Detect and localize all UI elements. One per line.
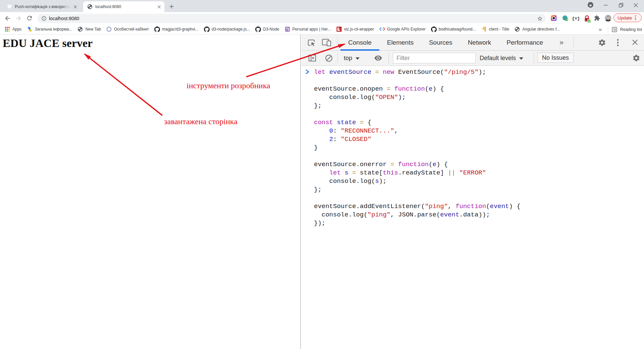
toolbar-separator [337,37,338,48]
svg-text:{≡}: {≡} [573,16,579,21]
bookmark-label: Personal apps | Her... [292,27,331,32]
bookmark-item[interactable]: Angular directives f... [515,27,560,32]
devtools-tab-sources[interactable]: Sources [421,35,460,51]
bookmark-label: Google APIs Explorer [387,27,426,32]
update-button[interactable]: Update [613,13,642,22]
devtools-tab-network[interactable]: Network [460,35,499,51]
refresh-button[interactable] [25,13,34,23]
bookmark-item[interactable]: magjac/d3-graphvi... [154,27,199,32]
devtools-tab-console[interactable]: Console [340,35,379,51]
console-sidebar-icon[interactable] [308,54,317,62]
window-restore-button[interactable] [614,0,628,10]
orange-doc-icon [481,27,487,32]
bookmark-label: bodhisatwag/found... [439,27,476,32]
bookmark-item[interactable]: d3-node/package.js... [204,27,250,32]
svg-text:1: 1 [588,19,590,23]
bookmark-label: New Tab [85,27,101,32]
devtools-kebab-icon[interactable] [616,39,620,47]
extension-lock-icon[interactable]: 1 [584,15,591,23]
devtools-settings-gear-icon[interactable] [598,39,606,47]
forward-button[interactable] [14,13,23,23]
reading-list-icon [611,27,618,33]
menu-kebab-icon[interactable] [635,15,636,20]
devtools-tab-performance[interactable]: Performance [499,35,551,51]
console-code-line: console.log("OPEN"); [314,93,521,102]
bookmarks-list: AppsЗагальна інформа...New TabОсобистий … [0,27,565,32]
tab-close-icon[interactable] [72,4,78,9]
back-button[interactable] [3,13,12,23]
console-code-line: const state = { [314,118,521,127]
devtools-tabs: ConsoleElementsSourcesNetworkPerformance [340,35,551,51]
console-code-line: console.log(s); [314,177,521,186]
inspect-element-icon[interactable] [307,38,316,47]
window-close-button[interactable] [629,0,643,10]
heart-icon [7,4,12,9]
bookmark-label: D3-Node [263,27,279,32]
globe-dark-icon [77,27,83,32]
devtools-tab-elements[interactable]: Elements [379,35,421,51]
window-minimize-button[interactable] [599,0,613,10]
bookmarks-overflow-button[interactable]: » [596,25,604,34]
console-filter-input[interactable]: Filter [393,53,476,63]
address-bar[interactable]: localhost:8080 [37,14,546,23]
devtools-close-icon[interactable] [632,39,638,46]
log-levels-dropdown[interactable]: Default levels [480,53,523,63]
profile-avatar[interactable] [605,15,611,21]
extension-globe-icon[interactable] [562,15,568,21]
live-expression-eye-icon[interactable] [373,54,383,62]
bookmark-item[interactable]: Особистий кабінет [106,27,149,32]
console-settings-gear-icon[interactable] [632,54,640,62]
bookmark-item[interactable]: D3-Node [255,27,279,32]
bookmark-item[interactable]: New Tab [77,27,101,32]
context-selector[interactable]: top [344,53,360,63]
address-url[interactable]: localhost:8080 [49,16,79,21]
bookmark-item[interactable]: bodhisatwag/found... [431,27,476,32]
no-issues-button[interactable]: No Issues [537,53,574,63]
filter-placeholder: Filter [396,55,410,62]
tab-push-notification[interactable]: Push-нотифікація з використанн [3,1,80,12]
github-icon [255,27,261,32]
bookmark-item[interactable]: Google APIs Explorer [379,27,426,32]
bookmarks-separator [608,27,608,33]
more-tabs-button[interactable]: » [557,39,566,47]
toolbar-separator [574,37,574,48]
console-input-code[interactable]: let eventSource = new EventSource("/ping… [314,68,521,228]
devtools-tabbar: ConsoleElementsSourcesNetworkPerformance… [302,35,644,51]
device-toolbar-icon[interactable] [322,38,332,47]
new-tab-button[interactable] [167,2,176,11]
extensions-puzzle-icon[interactable] [594,15,600,21]
heroku-icon [285,27,290,32]
extension-camera-icon[interactable] [551,15,557,21]
console-code-line [314,194,521,202]
page-title: EDU JACE server [3,37,93,50]
bookmark-item[interactable]: Personal apps | Her... [285,27,331,32]
globe-favicon [87,4,93,9]
annotation-devtools: інструменти розробника [186,81,270,90]
bookmark-item[interactable]: viz.js-cli-wrapper [336,27,374,32]
bookmark-star-icon[interactable] [537,16,543,21]
reading-list-button[interactable]: Reading list [611,27,642,33]
console-code-line: 2: "CLOSED" [314,135,521,144]
console-code-line [314,77,521,85]
console-code-line: console.log("ping", JSON.parse(event.dat… [314,211,521,219]
clear-console-icon[interactable] [324,54,333,62]
caret-down-icon [356,57,360,60]
context-selector-label: top [344,55,352,62]
github-icon [154,27,160,32]
caret-down-icon [589,2,592,8]
toolbar-separator [388,53,389,63]
site-info-icon[interactable] [41,16,47,21]
bookmark-label: magjac/d3-graphvi... [162,27,199,32]
bookmark-item[interactable]: Загальна інформа... [27,27,72,32]
tab-search-button[interactable] [588,2,593,8]
tab-close-icon[interactable] [156,4,162,9]
bookmark-label: Загальна інформа... [35,27,72,32]
bookmark-item[interactable]: client - Title [481,27,509,32]
console-area[interactable]: let eventSource = new EventSource("/ping… [302,66,644,349]
extension-json-icon[interactable]: {≡} [573,15,579,21]
bookmark-item[interactable]: Apps [5,27,21,32]
bookmarks-bar: AppsЗагальна інформа...New TabОсобистий … [0,24,644,35]
annotation-page: завантажена сторінка [164,117,237,126]
github-icon [204,27,209,32]
tab-localhost[interactable]: localhost:8080 [83,1,164,12]
